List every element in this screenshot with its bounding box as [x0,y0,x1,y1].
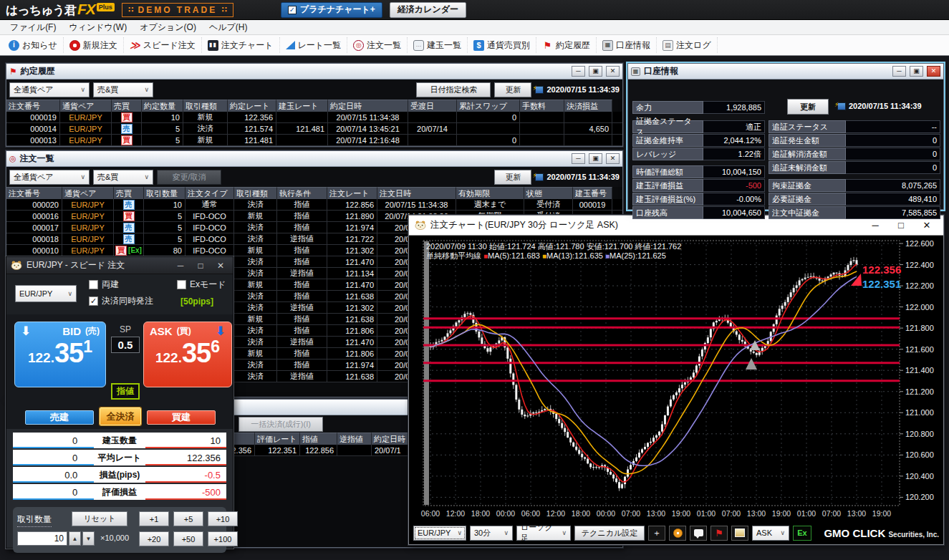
bulk-close-button[interactable]: 一括決済(成行)(I) [239,417,323,432]
table-row[interactable]: 000020EUR/JPY売10通常決済指値122.85620/07/15 11… [6,199,622,211]
column-header[interactable]: 通貨ペア [60,100,112,112]
chart-price-side-select[interactable]: ASK∨ [752,526,789,541]
bid-sell-button[interactable]: ⬇BID(売) 122.351 [14,322,106,387]
account-info-titlebar[interactable]: ▦ 口座情報 ─ ▣ ✕ [628,64,943,79]
simultaneous-close-checkbox[interactable]: ✓決済同時発注 [89,295,153,307]
toolbar-rate-list[interactable]: レート一覧 [280,37,348,53]
quantity-down-button[interactable]: ▼ [82,531,95,546]
close-all-button[interactable]: 全決済 [100,407,141,425]
chart-candletype-select[interactable]: ローソク足∨ [516,526,571,541]
column-header[interactable]: 売買 [114,187,144,199]
minimize-button[interactable]: ─ [572,66,585,77]
column-header[interactable]: 注文番号 [6,187,62,199]
menu-item-1[interactable]: ウィンドウ(W) [63,21,133,34]
execution-marker-button[interactable]: ⚑ [710,526,728,541]
menu-item-2[interactable]: オプション(O) [134,21,202,34]
table-row[interactable]: 000013EUR/JPY買5新規121.48120/07/14 12:16:4… [6,135,622,146]
column-header[interactable]: 建玉レート [276,100,328,112]
quantity-input[interactable]: 10 [17,531,67,546]
refresh-button[interactable]: 更新 [787,99,829,115]
refresh-button[interactable]: 更新 [494,170,531,185]
toolbar-new-order[interactable]: 新規注文 [64,37,124,53]
minimize-button[interactable]: ─ [864,220,886,231]
clock-button[interactable] [669,526,686,541]
chart-timeframe-select[interactable]: 30分∨ [470,526,513,541]
column-header[interactable]: 取引種類 [234,187,277,199]
toolbar-order-list[interactable]: ◎注文一覧 [347,37,408,53]
table-row[interactable]: 000019EUR/JPY買10新規122.35620/07/15 11:34:… [6,112,622,123]
speed-order-titlebar[interactable]: EUR/JPY - スピード 注文 ─ □ ✕ [6,257,233,274]
crosshair-button[interactable]: ＋ [648,526,665,541]
toolbar-execution-history[interactable]: ⚑約定履歴 [536,37,597,53]
minimize-button[interactable]: ─ [572,153,585,164]
date-search-button[interactable]: 日付指定検索 [416,82,491,97]
column-header[interactable]: 指値 [300,433,337,445]
economic-calendar-button[interactable]: 経済カレンダー [390,2,466,18]
ex-mode-button[interactable]: Ex [793,526,811,541]
close-button[interactable]: ✕ [606,66,620,77]
ex-mode-checkbox[interactable]: Exモード [177,279,226,291]
execution-history-titlebar[interactable]: ⚑ 約定履歴 ─ ▣ ✕ [6,64,622,79]
column-header[interactable]: 約定日時 [328,100,408,112]
toolbar-info[interactable]: iお知らせ [3,37,64,53]
close-button[interactable]: ✕ [927,66,940,77]
column-header[interactable]: 注文番号 [6,100,60,112]
column-header[interactable]: 手数料 [520,100,564,112]
column-header[interactable]: 売買 [112,100,142,112]
column-header[interactable]: 注文レート [327,187,377,199]
maximize-button[interactable]: ▣ [910,66,923,77]
column-header[interactable]: 約定レート [228,100,276,112]
table-row[interactable]: 000014EUR/JPY売5決済121.574121.48120/07/14 … [6,123,622,135]
maximize-button[interactable]: ▣ [589,66,602,77]
platinum-chart-button[interactable]: ✓ プラチナチャート+ [281,2,382,18]
column-header[interactable]: 取引種類 [183,100,228,112]
pair-filter-select[interactable]: 全通貨ペア∨ [9,82,90,97]
toolbar-speed-order[interactable]: ≫スピード注文 [124,37,202,53]
maximize-button[interactable]: ▣ [589,153,602,164]
chart-pair-select[interactable]: EUR/JPY∨ [413,526,466,541]
add-50-button[interactable]: +50 [173,531,203,546]
column-header[interactable]: 建玉番号 [573,187,612,199]
minimize-button[interactable]: ─ [173,261,188,271]
column-header[interactable]: 通貨ペア [62,187,114,199]
quantity-up-button[interactable]: ▲ [69,531,81,546]
column-header[interactable]: 取引数量 [144,187,186,199]
column-header[interactable]: 有効期限 [456,187,524,199]
order-list-titlebar[interactable]: ◎ 注文一覧 ─ ▣ ✕ [6,151,622,167]
side-filter-select[interactable]: 売&買∨ [93,170,153,185]
refresh-button[interactable]: 更新 [494,82,531,97]
close-button[interactable]: ✕ [916,220,938,231]
modify-cancel-button[interactable]: 変更/取消 [157,170,221,185]
add-1-button[interactable]: +1 [139,511,169,526]
both-position-checkbox[interactable]: 両建 [89,279,119,291]
column-header[interactable]: 注文タイプ [186,187,234,199]
speed-pair-select[interactable]: EUR/JPY∨ [15,285,77,302]
pair-filter-select[interactable]: 全通貨ペア∨ [9,170,90,185]
column-header[interactable]: 執行条件 [277,187,327,199]
close-button[interactable]: ✕ [213,261,228,271]
maximize-button[interactable]: □ [890,220,912,231]
add-10-button[interactable]: +10 [208,511,238,526]
minimize-button[interactable]: ─ [892,66,906,77]
sell-open-button[interactable]: 売建 [25,410,94,425]
column-header[interactable]: 逆指値 [337,433,372,445]
toolbar-order-chart[interactable]: ▮▮注文チャート [202,37,280,53]
column-header[interactable]: 約定数量 [142,100,183,112]
ask-buy-button[interactable]: ASK(買)⬇ 122.356 [143,322,232,387]
column-header[interactable]: 評価レート [255,433,300,445]
column-header[interactable]: 決済損益 [564,100,612,112]
menu-item-0[interactable]: ファイル(F) [4,21,62,34]
toolbar-currency[interactable]: $通貨売買別 [468,37,536,53]
toolbar-account-info[interactable]: ▦口座情報 [597,37,657,53]
column-header[interactable]: 累計スワップ [457,100,520,112]
maximize-button[interactable]: □ [193,261,208,271]
reset-button[interactable]: リセット [72,511,127,526]
add-20-button[interactable]: +20 [139,531,169,546]
toolbar-order-log[interactable]: ▤注文ログ [657,37,718,53]
add-5-button[interactable]: +5 [173,511,203,526]
comment-button[interactable] [690,526,707,541]
chart-plot[interactable]: 122.600122.400122.200122.000121.800121.6… [409,236,945,522]
column-header[interactable]: 注文日時 [377,187,456,199]
column-header[interactable]: 受渡日 [408,100,457,112]
close-button[interactable]: ✕ [606,153,620,164]
